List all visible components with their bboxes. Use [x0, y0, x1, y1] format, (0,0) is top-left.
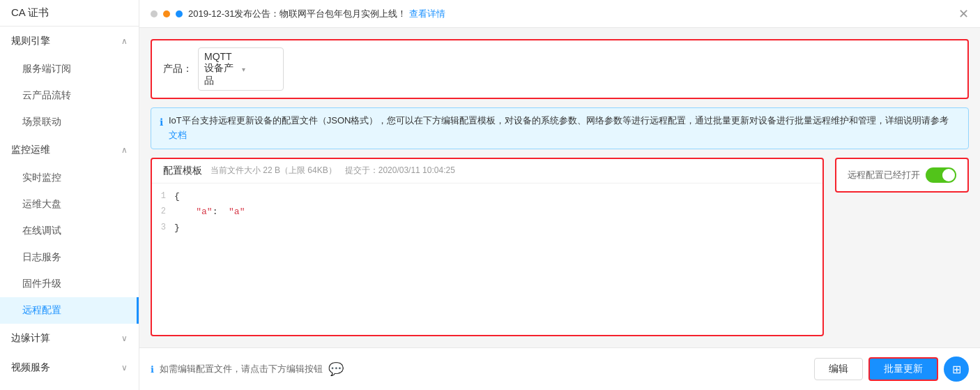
code-value: "a" [229, 207, 245, 217]
config-meta-size: 当前文件大小 22 B（上限 64KB） [210, 165, 337, 177]
config-meta-time: 提交于：2020/03/11 10:04:25 [345, 165, 455, 177]
sidebar-item-remote-config[interactable]: 远程配置 [0, 297, 139, 324]
sidebar-group-rules-label: 规则引擎 [11, 35, 50, 47]
sidebar-group-monitoring-label: 监控运维 [11, 144, 50, 156]
code-key: "a" [196, 207, 212, 217]
grid-icon: ⊞ [952, 363, 961, 376]
config-body: 1 { 2 "a": "a" 3 } [152, 183, 822, 335]
sidebar-item-service-subscription[interactable]: 服务端订阅 [0, 56, 139, 82]
sidebar-item-label: 在线调试 [22, 225, 61, 236]
dot-blue-icon [176, 10, 183, 17]
product-label: 产品： [163, 63, 192, 75]
config-header: 配置模板 当前文件大小 22 B（上限 64KB） 提交于：2020/03/11… [152, 159, 822, 183]
info-box: ℹ IoT平台支持远程更新设备的配置文件（JSON格式），您可以在下方编辑配置模… [151, 107, 969, 149]
sidebar-item-firmware-upgrade[interactable]: 固件升级 [0, 271, 139, 297]
edit-button[interactable]: 编辑 [814, 358, 863, 380]
sidebar-item-log-service[interactable]: 日志服务 [0, 244, 139, 271]
line-num: 2 [152, 205, 174, 218]
sidebar-group-video: 视频服务 ∨ [0, 353, 139, 382]
product-selector-box: 产品： MQTT设备产品 ▾ [151, 39, 969, 99]
line-num: 1 [152, 190, 174, 203]
sidebar-item-label: 实时监控 [22, 172, 61, 183]
code-content: } [174, 221, 180, 236]
code-content: "a": "a" [174, 205, 245, 220]
sidebar-item-label: 固件升级 [22, 278, 61, 289]
topbar: 2019-12-31发布公告：物联网平台包年包月实例上线！ 查看详情 ✕ [139, 0, 980, 28]
dot-gray-icon [151, 10, 158, 17]
bottom-bar: ℹ 如需编辑配置文件，请点击下方编辑按钮 💬 编辑 批量更新 ⊞ [139, 347, 980, 390]
dot-orange-icon [163, 10, 170, 17]
product-select-dropdown[interactable]: MQTT设备产品 ▾ [198, 47, 284, 91]
sidebar-item-label: 场景联动 [22, 116, 61, 127]
sidebar-item-ops-dashboard[interactable]: 运维大盘 [0, 191, 139, 218]
topbar-left: 2019-12-31发布公告：物联网平台包年包月实例上线！ 查看详情 [151, 8, 445, 20]
chevron-up-icon: ∧ [121, 145, 128, 155]
chat-icon-wrap: 💬 [328, 361, 344, 377]
chevron-down-icon: ▾ [242, 66, 277, 73]
line-num: 3 [152, 221, 174, 234]
batch-update-button[interactable]: 批量更新 [868, 357, 938, 381]
bottom-info: ℹ 如需编辑配置文件，请点击下方编辑按钮 💬 [151, 361, 344, 377]
chevron-up-icon: ∧ [121, 36, 128, 46]
bottom-info-text: 如需编辑配置文件，请点击下方编辑按钮 [160, 363, 323, 375]
sidebar-group-video-label: 视频服务 [11, 361, 50, 374]
product-select-value: MQTT设备产品 [204, 51, 239, 87]
sidebar-group-edge-label: 边缘计算 [11, 332, 50, 345]
code-line-2: 2 "a": "a" [152, 204, 822, 220]
sidebar-group-monitoring: 监控运维 ∧ 实时监控 运维大盘 在线调试 日志服务 固件升级 远程配置 [0, 135, 139, 324]
sidebar-group-rules: 规则引擎 ∧ 服务端订阅 云产品流转 场景联动 [0, 27, 139, 135]
sidebar: CA 证书 规则引擎 ∧ 服务端订阅 云产品流转 场景联动 监控运维 ∧ 实时监… [0, 0, 139, 390]
sidebar-item-cloud-flow[interactable]: 云产品流转 [0, 82, 139, 109]
code-line-3: 3 } [152, 220, 822, 237]
sidebar-item-label: 云产品流转 [22, 89, 71, 100]
info-icon: ℹ [151, 364, 154, 375]
close-icon[interactable]: ✕ [958, 6, 969, 22]
sidebar-title: CA 证书 [11, 6, 49, 20]
announcement-link[interactable]: 查看详情 [409, 8, 445, 19]
content-area: 产品： MQTT设备产品 ▾ ℹ IoT平台支持远程更新设备的配置文件（JSON… [139, 28, 980, 347]
grid-icon-button[interactable]: ⊞ [944, 357, 969, 382]
bottom-actions: 编辑 批量更新 ⊞ [814, 357, 969, 382]
code-line-1: 1 { [152, 189, 822, 205]
doc-link[interactable]: 文档 [169, 130, 187, 140]
sidebar-item-label: 远程配置 [22, 304, 61, 315]
info-text: IoT平台支持远程更新设备的配置文件（JSON格式），您可以在下方编辑配置模板，… [169, 114, 960, 143]
sidebar-header: CA 证书 [0, 0, 139, 27]
sidebar-group-edge-header[interactable]: 边缘计算 ∨ [0, 324, 139, 353]
sidebar-item-realtime-monitor[interactable]: 实时监控 [0, 165, 139, 191]
remote-toggle-box: 远程配置已经打开 [835, 158, 969, 193]
sidebar-item-label: 运维大盘 [22, 198, 61, 209]
main-content: 2019-12-31发布公告：物联网平台包年包月实例上线！ 查看详情 ✕ 产品：… [139, 0, 980, 390]
code-content: { [174, 190, 180, 204]
chevron-down-icon: ∨ [121, 333, 128, 343]
sidebar-group-edge: 边缘计算 ∨ [0, 324, 139, 353]
remote-toggle-label: 远程配置已经打开 [848, 169, 920, 181]
info-icon: ℹ [160, 114, 163, 130]
chat-icon[interactable]: 💬 [328, 361, 344, 377]
sidebar-item-scene-linkage[interactable]: 场景联动 [0, 109, 139, 135]
sidebar-group-rules-header[interactable]: 规则引擎 ∧ [0, 27, 139, 56]
config-title: 配置模板 [163, 165, 202, 177]
sidebar-group-monitoring-header[interactable]: 监控运维 ∧ [0, 135, 139, 165]
sidebar-group-video-header[interactable]: 视频服务 ∨ [0, 353, 139, 382]
config-section: 配置模板 当前文件大小 22 B（上限 64KB） 提交于：2020/03/11… [151, 158, 969, 336]
sidebar-item-label: 日志服务 [22, 251, 61, 262]
sidebar-item-label: 服务端订阅 [22, 63, 71, 74]
remote-toggle-switch[interactable] [926, 167, 956, 183]
config-editor-wrapper: 配置模板 当前文件大小 22 B（上限 64KB） 提交于：2020/03/11… [151, 158, 824, 336]
announcement-text: 2019-12-31发布公告：物联网平台包年包月实例上线！ 查看详情 [188, 8, 445, 20]
sidebar-item-online-debug[interactable]: 在线调试 [0, 218, 139, 244]
chevron-down-icon: ∨ [121, 363, 128, 373]
